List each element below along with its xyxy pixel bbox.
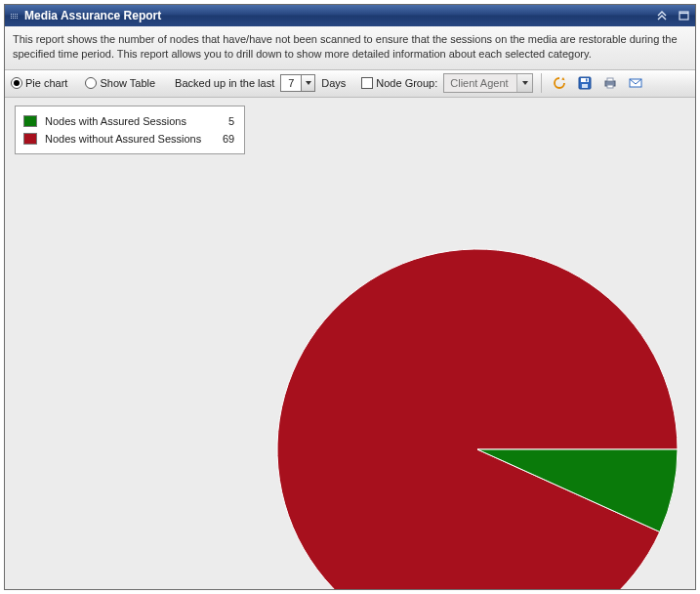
chart-area: Nodes with Assured Sessions 5 Nodes with… (5, 98, 695, 589)
checkbox-icon (361, 77, 373, 89)
legend: Nodes with Assured Sessions 5 Nodes with… (15, 106, 245, 154)
collapse-button[interactable] (654, 9, 670, 22)
window-title: Media Assurance Report (24, 9, 648, 22)
svg-rect-7 (607, 78, 613, 81)
svg-rect-5 (586, 79, 588, 82)
legend-value: 5 (217, 115, 234, 127)
select-dropdown-button (516, 74, 532, 92)
chevron-up-double-icon (656, 11, 668, 21)
view-pie-radio[interactable]: Pie chart (11, 77, 67, 89)
printer-icon (602, 75, 618, 91)
toolbar-separator (541, 73, 542, 93)
pie-chart[interactable] (272, 244, 682, 589)
node-group-checkbox[interactable]: Node Group: (361, 77, 437, 89)
pie-slice[interactable] (277, 249, 678, 589)
radio-icon (85, 77, 97, 89)
days-unit-label: Days (321, 77, 346, 89)
view-table-radio[interactable]: Show Table (85, 77, 155, 89)
legend-label: Nodes without Assured Sessions (45, 133, 209, 145)
legend-item-not-assured[interactable]: Nodes without Assured Sessions 69 (23, 130, 234, 148)
maximize-button[interactable] (676, 9, 691, 22)
days-input[interactable]: 7 (280, 74, 302, 92)
node-group-label: Node Group: (376, 77, 437, 89)
maximize-icon (679, 11, 689, 21)
refresh-button[interactable] (550, 73, 569, 93)
grip-icon (11, 10, 19, 21)
envelope-icon (628, 75, 643, 91)
print-button[interactable] (600, 73, 620, 93)
view-pie-label: Pie chart (25, 77, 67, 89)
node-group-select[interactable]: Client Agent (443, 73, 533, 93)
legend-item-assured[interactable]: Nodes with Assured Sessions 5 (23, 112, 234, 130)
toolbar: Pie chart Show Table Backed up in the la… (5, 70, 695, 98)
chevron-down-icon (306, 81, 311, 85)
backed-up-label: Backed up in the last (175, 77, 274, 89)
node-group-value: Client Agent (444, 77, 516, 89)
svg-rect-4 (582, 84, 588, 88)
legend-swatch (23, 133, 37, 145)
radio-icon (11, 77, 22, 89)
legend-swatch (23, 115, 37, 127)
titlebar: Media Assurance Report (5, 5, 695, 26)
report-panel: Media Assurance Report This report shows… (4, 4, 696, 590)
floppy-icon (577, 75, 593, 91)
legend-label: Nodes with Assured Sessions (45, 115, 209, 127)
view-table-label: Show Table (100, 77, 155, 89)
days-dropdown-button[interactable] (302, 74, 315, 92)
report-description: This report shows the number of nodes th… (5, 26, 695, 70)
save-button[interactable] (575, 73, 595, 93)
svg-rect-8 (607, 85, 613, 88)
email-button[interactable] (626, 73, 645, 93)
refresh-icon (552, 75, 567, 91)
legend-value: 69 (217, 133, 234, 145)
chevron-down-icon (522, 81, 528, 85)
svg-rect-3 (581, 78, 589, 82)
